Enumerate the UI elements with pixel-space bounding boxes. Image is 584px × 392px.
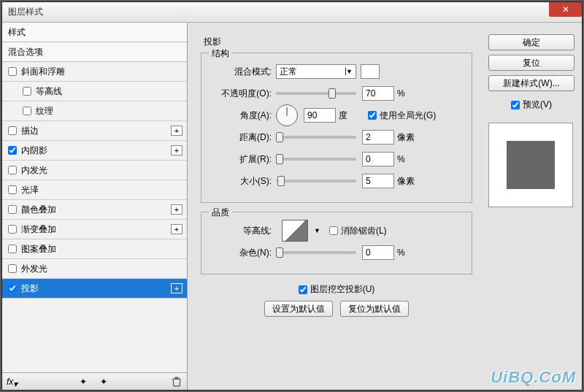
style-label: 等高线 (36, 85, 62, 98)
styles-toolbar: fx▾ ✦ ✦ (2, 372, 187, 390)
window-title: 图层样式 (8, 6, 43, 18)
style-checkbox[interactable] (23, 87, 31, 96)
style-item-color-overlay[interactable]: 颜色叠加 + (2, 200, 187, 220)
angle-label: 角度(A): (210, 109, 272, 122)
knockout-checkbox[interactable] (299, 285, 307, 294)
style-item-contour[interactable]: 等高线 (2, 82, 187, 101)
reset-default-button[interactable]: 复位为默认值 (340, 301, 409, 317)
style-checkbox[interactable] (8, 264, 17, 273)
distance-unit: 像素 (397, 131, 419, 144)
contour-label: 等高线: (210, 225, 272, 237)
contour-picker[interactable] (282, 220, 308, 242)
angle-unit: 度 (339, 109, 361, 122)
chevron-down-icon[interactable]: ▼ (314, 227, 320, 234)
style-label: 外发光 (21, 263, 47, 275)
style-checkbox[interactable] (8, 126, 17, 135)
distance-input[interactable]: 2 (362, 130, 394, 145)
distance-label: 距离(D): (210, 131, 272, 144)
style-item-inner-shadow[interactable]: 内阴影 + (2, 141, 187, 161)
style-item-gradient-overlay[interactable]: 渐变叠加 + (2, 220, 187, 239)
size-slider[interactable] (276, 180, 356, 182)
blending-options-row[interactable]: 混合选项 (2, 42, 187, 62)
opacity-slider[interactable] (276, 92, 356, 95)
noise-label: 杂色(N): (210, 247, 272, 259)
structure-group: 结构 混合模式: 正常 ▕▼ 不透明度(O): 70 % 角度(A) (201, 53, 472, 203)
distance-slider[interactable] (276, 136, 356, 139)
reset-button[interactable]: 复位 (488, 55, 575, 71)
add-effect-icon[interactable]: + (171, 145, 182, 155)
layer-style-dialog: 图层样式 ✕ 样式 混合选项 斜面和浮雕 等高线 (1, 1, 583, 391)
style-label: 渐变叠加 (21, 223, 56, 236)
opacity-input[interactable]: 70 (362, 86, 394, 101)
preview-checkbox[interactable] (511, 101, 520, 109)
spread-unit: % (397, 154, 419, 164)
opacity-unit: % (397, 88, 419, 99)
action-panel: 确定 复位 新建样式(W)... 预览(V) (481, 23, 582, 390)
spread-slider[interactable] (276, 158, 356, 161)
quality-group: 品质 等高线: ▼ 消除锯齿(L) 杂色(N): 0 % (201, 212, 472, 274)
angle-dial[interactable] (276, 104, 298, 126)
preview-swatch (507, 141, 555, 189)
blend-mode-select[interactable]: 正常 ▕▼ (276, 64, 356, 79)
opacity-label: 不透明度(O): (210, 88, 272, 100)
angle-input[interactable]: 90 (304, 108, 336, 123)
style-label: 内阴影 (21, 145, 47, 157)
style-checkbox[interactable] (8, 205, 17, 214)
ok-button[interactable]: 确定 (488, 34, 575, 50)
style-checkbox[interactable] (23, 107, 31, 115)
size-input[interactable]: 5 (362, 174, 394, 188)
antialias-label: 消除锯齿(L) (341, 225, 387, 237)
style-item-inner-glow[interactable]: 内发光 (2, 161, 187, 180)
preview-label: 预览(V) (523, 99, 552, 111)
style-checkbox[interactable] (8, 225, 17, 234)
style-item-texture[interactable]: 纹理 (2, 101, 187, 121)
size-label: 大小(S): (210, 175, 272, 188)
style-checkbox[interactable] (8, 245, 17, 253)
quality-legend: 品质 (209, 207, 232, 219)
add-effect-icon[interactable]: + (171, 224, 182, 234)
close-button[interactable]: ✕ (549, 2, 582, 17)
add-effect-icon[interactable]: + (171, 126, 182, 136)
settings-panel: 投影 结构 混合模式: 正常 ▕▼ 不透明度(O): 70 % (188, 23, 481, 390)
new-style-button[interactable]: 新建样式(W)... (488, 75, 575, 91)
styles-header[interactable]: 样式 (2, 23, 187, 42)
fx-menu-icon[interactable]: fx▾ (7, 377, 17, 387)
antialias-checkbox[interactable] (329, 226, 338, 235)
styles-header-label: 样式 (8, 26, 26, 39)
style-label: 图案叠加 (21, 243, 56, 255)
style-checkbox[interactable] (8, 67, 17, 76)
style-label: 光泽 (21, 184, 39, 196)
blend-mode-value: 正常 (280, 66, 297, 78)
style-checkbox[interactable] (8, 185, 17, 194)
trash-icon[interactable] (172, 377, 182, 387)
close-icon: ✕ (562, 4, 569, 15)
shadow-color-swatch[interactable] (361, 64, 380, 79)
spread-input[interactable]: 0 (362, 152, 394, 166)
style-item-pattern-overlay[interactable]: 图案叠加 (2, 239, 187, 259)
style-item-bevel[interactable]: 斜面和浮雕 (2, 62, 187, 82)
titlebar[interactable]: 图层样式 ✕ (2, 2, 582, 23)
noise-slider[interactable] (276, 251, 356, 254)
style-checkbox[interactable] (8, 146, 17, 155)
styles-list: 样式 混合选项 斜面和浮雕 等高线 纹理 (2, 23, 187, 372)
add-effect-icon[interactable]: + (171, 204, 182, 215)
move-down-icon[interactable]: ✦ (100, 377, 110, 387)
spread-label: 扩展(R): (210, 153, 272, 166)
style-label: 内发光 (21, 164, 47, 177)
blend-mode-label: 混合模式: (210, 66, 272, 78)
style-item-outer-glow[interactable]: 外发光 (2, 259, 187, 279)
move-up-icon[interactable]: ✦ (80, 377, 90, 387)
style-label: 斜面和浮雕 (21, 66, 65, 78)
style-checkbox[interactable] (8, 166, 17, 174)
global-light-checkbox[interactable] (368, 111, 377, 120)
structure-legend: 结构 (209, 47, 232, 60)
style-label: 投影 (21, 283, 39, 295)
style-checkbox[interactable] (8, 284, 17, 293)
add-effect-icon[interactable]: + (171, 283, 182, 293)
make-default-button[interactable]: 设置为默认值 (264, 301, 333, 317)
noise-unit: % (397, 247, 419, 258)
style-item-drop-shadow[interactable]: 投影 + (2, 279, 187, 299)
style-item-stroke[interactable]: 描边 + (2, 121, 187, 141)
style-item-satin[interactable]: 光泽 (2, 180, 187, 200)
noise-input[interactable]: 0 (362, 245, 394, 260)
